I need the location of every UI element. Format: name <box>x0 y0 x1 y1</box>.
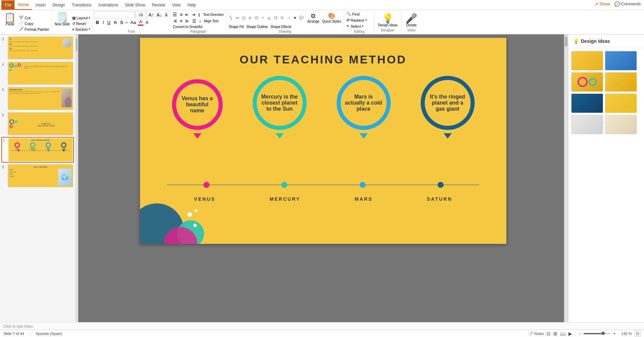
cylinder-tool[interactable]: ⬡ <box>253 16 259 20</box>
shadow-button[interactable]: S <box>119 20 124 25</box>
design-idea-item-1[interactable] <box>571 51 603 71</box>
design-idea-item-4[interactable] <box>605 72 637 92</box>
shape-effects-button[interactable]: Shape Effects <box>270 25 292 29</box>
normal-view-button[interactable]: ⊡ <box>547 331 551 336</box>
designer-group-label: Designer <box>381 28 394 32</box>
slide-sorter-button[interactable]: ⊞ <box>553 331 557 336</box>
reset-button[interactable]: ↺ Reset <box>71 21 91 26</box>
underline-button[interactable]: U <box>106 20 112 25</box>
design-idea-item-2[interactable] <box>605 51 637 71</box>
design-idea-item-3[interactable] <box>571 72 603 92</box>
callout-tool[interactable]: 💬 <box>298 16 304 20</box>
zoom-in-button[interactable]: + <box>613 331 616 336</box>
convert-smartart-button[interactable]: Convert to SmartArt <box>172 25 203 29</box>
bullet-list-button[interactable]: ☰ <box>172 11 178 18</box>
decrease-indent-button[interactable]: ⇤ <box>184 12 190 18</box>
arrow-tool[interactable]: → <box>285 16 291 20</box>
font-name-input[interactable] <box>94 11 135 18</box>
layout-button[interactable]: ▦ Layout ▾ <box>71 16 91 21</box>
pentagon-tool[interactable]: ⬠ <box>273 16 279 20</box>
align-left-button[interactable]: ⫷ <box>172 18 178 24</box>
format-painter-button[interactable]: 🖌️ Format Painter <box>18 27 50 32</box>
tab-view[interactable]: View <box>169 0 184 10</box>
cut-button[interactable]: ✂️ Cut <box>18 15 50 20</box>
diamond-tool[interactable]: ◇ <box>247 16 253 20</box>
font-color-button[interactable]: A <box>138 19 144 26</box>
zoom-out-button[interactable]: − <box>579 331 581 336</box>
slide-canvas[interactable]: OUR TEACHING METHOD Venus has a beautifu… <box>140 38 506 244</box>
tab-help[interactable]: Help <box>184 0 199 10</box>
columns-button[interactable]: ⫿ <box>197 12 201 18</box>
dictate-button[interactable]: 🎤 Dictate <box>404 13 419 28</box>
design-idea-item-6[interactable] <box>605 93 637 113</box>
tab-design[interactable]: Design <box>49 0 68 10</box>
tab-slideshow[interactable]: Slide Show <box>121 0 148 10</box>
strikethrough-button[interactable]: S <box>112 20 118 25</box>
bold-button[interactable]: B <box>94 19 101 26</box>
text-direction-button[interactable]: Text Direction <box>202 12 225 17</box>
editing-group: 🔍 Find ⇄ Replace ▾ ↖ Select ▾ Editing <box>344 11 374 34</box>
new-slide-button[interactable]: 🗒️ New Slide <box>53 12 71 27</box>
tab-transitions[interactable]: Transitions <box>68 0 95 10</box>
copy-button[interactable]: 📄 Copy <box>18 21 50 26</box>
quick-styles-button[interactable]: 🎨 Quick Styles <box>321 11 343 24</box>
find-button[interactable]: 🔍 Find <box>345 11 373 17</box>
star-tool[interactable]: ★ <box>292 16 298 20</box>
tab-file[interactable]: File <box>1 0 15 10</box>
slide-thumb-6[interactable]: 6 01 THIS IS ASECTION TITLE <box>1 112 74 136</box>
slide-num-7: 7 <box>3 138 7 161</box>
reading-view-button[interactable]: 📖 <box>560 331 566 336</box>
tab-home[interactable]: Home <box>15 0 32 10</box>
share-button[interactable]: ↗ Share <box>594 1 610 7</box>
align-text-button[interactable]: Align Text <box>203 19 219 23</box>
clear-format-button[interactable]: Ā <box>164 12 169 18</box>
line-spacing-button[interactable]: ↕ <box>198 18 202 24</box>
justify-button[interactable]: ☰ <box>191 18 197 24</box>
arrange-button[interactable]: ⧉ Arrange <box>306 12 321 24</box>
hexagon-tool[interactable]: ⬡ <box>279 16 285 20</box>
notes-placeholder: Click to add notes <box>3 324 33 328</box>
select-button[interactable]: ↖ Select ▾ <box>345 24 373 29</box>
slide-thumb-3[interactable]: 3 01 Here you could describe the topic o… <box>1 36 74 60</box>
decrease-font-button[interactable]: A↓ <box>156 12 163 18</box>
tab-insert[interactable]: Insert <box>32 0 49 10</box>
italic-button[interactable]: I <box>101 20 105 25</box>
fit-slide-button[interactable]: ⊡ <box>635 331 641 337</box>
change-case-button[interactable]: Aa <box>129 20 137 25</box>
section-button[interactable]: ≡ Section ▾ <box>71 27 91 32</box>
paste-button[interactable]: 📋 Paste <box>2 12 18 27</box>
slide-thumb-8[interactable]: 8 OUR CENTERS Athens Barcelona Tokyo Lon… <box>1 164 74 188</box>
numbered-list-button[interactable]: ≡ <box>179 11 184 18</box>
shape-outline-button[interactable]: Shape Outline <box>245 25 269 29</box>
align-center-button[interactable]: ≡ <box>179 18 184 24</box>
notes-button[interactable]: 📝 Notes <box>528 331 544 336</box>
char-spacing-button[interactable]: AV <box>125 21 129 24</box>
notes-bar[interactable]: Click to add notes <box>0 322 644 330</box>
design-idea-item-7[interactable] <box>571 115 603 134</box>
rect-tool[interactable]: ▭ <box>234 16 240 20</box>
comments-button[interactable]: 💬 Comments <box>614 1 641 7</box>
line-tool[interactable]: ╲ <box>228 16 234 20</box>
increase-indent-button[interactable]: ⇥ <box>191 12 196 18</box>
shape-fill-button[interactable]: Shape Fill <box>228 25 245 29</box>
align-right-button[interactable]: ⫸ <box>184 18 191 24</box>
highlight-button[interactable]: A <box>144 20 150 25</box>
slide-thumb-4[interactable]: 4 "This is a quote. Write the title of s… <box>1 61 74 85</box>
design-idea-item-8[interactable] <box>605 115 637 134</box>
slide-thumb-7[interactable]: 7 OUR TEACHING METHOD VENUS MERCURY <box>1 137 74 163</box>
replace-icon: ⇄ <box>346 18 349 22</box>
slide-show-button[interactable]: ▶ <box>568 331 572 336</box>
circle-tool[interactable]: ○ <box>260 16 266 20</box>
replace-button[interactable]: ⇄ Replace ▾ <box>345 18 373 23</box>
design-idea-item-5[interactable] <box>571 93 603 113</box>
slide-thumb-5[interactable]: 5 INTRODUCTION Mercury is the closest pl… <box>1 86 74 111</box>
design-ideas-button[interactable]: 💡 Design Ideas <box>376 13 399 28</box>
increase-font-button[interactable]: A↑ <box>147 12 155 18</box>
tab-animations[interactable]: Animations <box>95 0 121 10</box>
section-arrow-icon: ▾ <box>89 28 90 31</box>
zoom-slider[interactable] <box>584 333 611 334</box>
tab-review[interactable]: Review <box>148 0 168 10</box>
rounded-rect-tool[interactable]: ▢ <box>241 16 247 20</box>
triangle-tool[interactable]: △ <box>266 16 272 20</box>
font-size-input[interactable]: 15 <box>135 11 147 18</box>
